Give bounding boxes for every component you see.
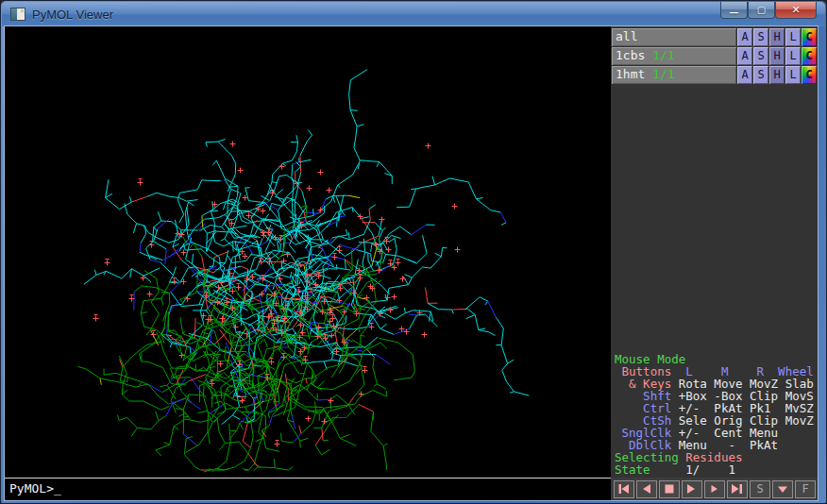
molecule-viewport[interactable]	[5, 26, 611, 478]
object-panel-spacer	[611, 85, 818, 351]
menu-down-button[interactable]	[772, 480, 793, 498]
maximize-icon: ▢	[757, 5, 766, 15]
command-prompt: PyMOL>	[9, 481, 54, 496]
skip-forward-icon	[731, 483, 744, 495]
command-cursor: _	[54, 481, 61, 496]
object-row-all: allASHLC	[612, 28, 817, 46]
command-line[interactable]: PyMOL>_	[5, 478, 611, 500]
title-bar[interactable]: PyMOL Viewer — ▢ ✕	[2, 2, 825, 26]
a-menu-button-1cbs[interactable]: A	[737, 47, 752, 65]
object-label: 1hmt	[616, 67, 652, 81]
s-menu-button-all[interactable]: S	[753, 28, 768, 46]
c-menu-button-all[interactable]: C	[802, 28, 817, 46]
mouse-mode-line-9: State 1/ 1	[615, 463, 818, 476]
object-name-all[interactable]: all	[612, 28, 736, 46]
tri-right-icon	[685, 483, 699, 495]
mouse-mode-text: State	[615, 462, 650, 477]
a-menu-button-1hmt[interactable]: A	[737, 66, 752, 84]
step-back-button[interactable]	[636, 480, 657, 498]
movie-controls: SF	[611, 478, 818, 500]
button-letter: S	[756, 483, 763, 495]
mouse-mode-text: 1/ 1	[650, 462, 735, 477]
window-controls: — ▢ ✕	[720, 2, 817, 19]
h-menu-button-1cbs[interactable]: H	[769, 47, 785, 65]
object-state: 1/1	[652, 67, 674, 81]
object-name-1hmt[interactable]: 1hmt 1/1	[612, 66, 736, 84]
l-menu-button-all[interactable]: L	[785, 28, 801, 46]
tri-down-icon	[776, 483, 789, 495]
control-panel: allASHLC1cbs 1/1ASHLC1hmt 1/1ASHLC Mouse…	[611, 26, 818, 500]
window-title: PyMOL Viewer	[32, 8, 113, 22]
s-menu-button-1hmt[interactable]: S	[753, 66, 768, 84]
tri-right-small-icon	[708, 483, 721, 495]
window-content: PyMOL>_ allASHLC1cbs 1/1ASHLC1hmt 1/1ASH…	[5, 26, 818, 500]
app-icon	[10, 8, 25, 21]
s-menu-button-1cbs[interactable]: S	[753, 47, 768, 65]
pymol-window: PyMOL Viewer — ▢ ✕ PyMOL>_ allASHLC1cbs …	[0, 0, 827, 504]
h-menu-button-all[interactable]: H	[769, 28, 785, 46]
step-forward-button[interactable]	[704, 480, 725, 498]
close-button[interactable]: ✕	[775, 2, 817, 19]
minimize-button[interactable]: —	[720, 2, 748, 19]
viewer-column: PyMOL>_	[5, 26, 611, 500]
c-menu-button-1hmt[interactable]: C	[802, 66, 817, 84]
tri-left-icon	[640, 483, 653, 495]
h-menu-button-1hmt[interactable]: H	[769, 66, 785, 84]
minimize-icon: —	[730, 8, 739, 18]
fullscreen-f-button[interactable]: F	[795, 480, 816, 498]
skip-back-icon	[617, 483, 631, 495]
close-icon: ✕	[791, 4, 800, 16]
square-icon	[663, 483, 676, 495]
object-state: 1/1	[652, 48, 674, 62]
play-button[interactable]	[682, 480, 702, 498]
rewind-button[interactable]	[614, 480, 634, 498]
maximize-button[interactable]: ▢	[748, 2, 775, 19]
object-row-1hmt: 1hmt 1/1ASHLC	[612, 66, 817, 84]
object-label: all	[616, 29, 637, 43]
scene-s-button[interactable]: S	[750, 480, 770, 498]
stop-button[interactable]	[659, 480, 680, 498]
mouse-mode-panel: Mouse Mode Buttons L M R Wheel & Keys Ro…	[611, 351, 818, 478]
c-menu-button-1cbs[interactable]: C	[802, 47, 817, 65]
button-letter: F	[802, 483, 808, 495]
object-row-1cbs: 1cbs 1/1ASHLC	[612, 47, 817, 65]
object-name-1cbs[interactable]: 1cbs 1/1	[612, 47, 736, 65]
object-list: allASHLC1cbs 1/1ASHLC1hmt 1/1ASHLC	[611, 26, 818, 85]
l-menu-button-1hmt[interactable]: L	[785, 66, 801, 84]
l-menu-button-1cbs[interactable]: L	[785, 47, 801, 65]
a-menu-button-all[interactable]: A	[737, 28, 752, 46]
object-label: 1cbs	[616, 48, 652, 62]
fast-forward-button[interactable]	[727, 480, 748, 498]
